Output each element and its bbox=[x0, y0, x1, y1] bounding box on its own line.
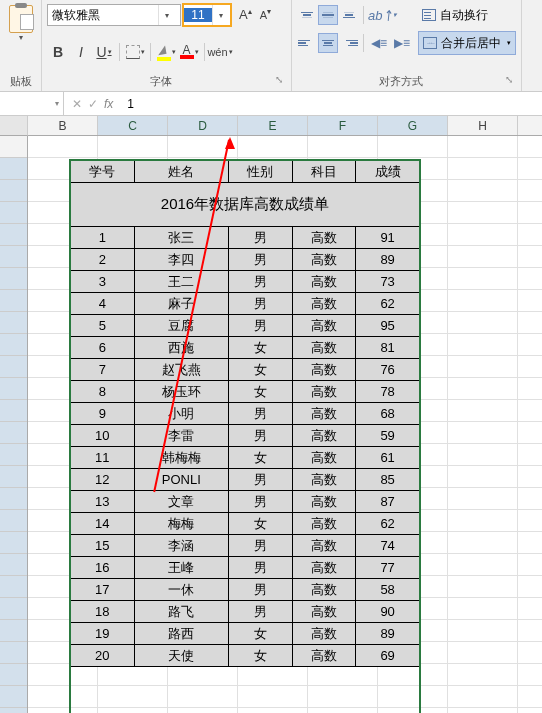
table-cell[interactable]: 男 bbox=[228, 249, 292, 271]
font-size-dropdown[interactable]: ▾ bbox=[212, 5, 228, 25]
table-cell[interactable]: 赵飞燕 bbox=[134, 359, 228, 381]
italic-button[interactable]: I bbox=[70, 41, 92, 63]
font-size-input[interactable] bbox=[184, 8, 212, 22]
table-cell[interactable]: 62 bbox=[356, 293, 420, 315]
row-header[interactable] bbox=[0, 202, 27, 224]
table-cell[interactable]: 男 bbox=[228, 535, 292, 557]
table-cell[interactable]: 高数 bbox=[292, 381, 356, 403]
table-cell[interactable]: 男 bbox=[228, 271, 292, 293]
table-cell[interactable]: 高数 bbox=[292, 425, 356, 447]
table-cell[interactable]: 1 bbox=[71, 227, 135, 249]
align-middle-button[interactable] bbox=[318, 5, 338, 25]
table-cell[interactable]: 男 bbox=[228, 601, 292, 623]
formula-accept-button[interactable]: ✓ bbox=[88, 97, 98, 111]
table-cell[interactable]: 69 bbox=[356, 645, 420, 667]
table-cell[interactable]: 17 bbox=[71, 579, 135, 601]
table-cell[interactable]: 89 bbox=[356, 249, 420, 271]
table-cell[interactable]: 90 bbox=[356, 601, 420, 623]
table-cell[interactable]: 豆腐 bbox=[134, 315, 228, 337]
row-header[interactable] bbox=[0, 400, 27, 422]
font-size-combo[interactable]: ▾ bbox=[183, 4, 231, 26]
table-cell[interactable]: 高数 bbox=[292, 491, 356, 513]
row-header[interactable] bbox=[0, 290, 27, 312]
column-header-H[interactable]: H bbox=[448, 116, 518, 135]
table-cell[interactable]: 13 bbox=[71, 491, 135, 513]
table-cell[interactable]: 高数 bbox=[292, 359, 356, 381]
table-cell[interactable]: 王二 bbox=[134, 271, 228, 293]
bold-button[interactable]: B bbox=[47, 41, 69, 63]
table-cell[interactable]: 12 bbox=[71, 469, 135, 491]
row-header[interactable] bbox=[0, 158, 27, 180]
table-cell[interactable]: 女 bbox=[228, 337, 292, 359]
table-cell[interactable]: 高数 bbox=[292, 271, 356, 293]
table-cell[interactable]: 10 bbox=[71, 425, 135, 447]
table-cell[interactable]: 19 bbox=[71, 623, 135, 645]
table-header-cell[interactable]: 科目 bbox=[292, 161, 356, 183]
table-cell[interactable]: 高数 bbox=[292, 227, 356, 249]
table-cell[interactable]: 高数 bbox=[292, 337, 356, 359]
row-header[interactable] bbox=[0, 224, 27, 246]
table-cell[interactable]: 路飞 bbox=[134, 601, 228, 623]
paste-button[interactable]: ▾ bbox=[5, 3, 36, 44]
table-cell[interactable]: PONLI bbox=[134, 469, 228, 491]
table-header-cell[interactable]: 性别 bbox=[228, 161, 292, 183]
table-cell[interactable]: 61 bbox=[356, 447, 420, 469]
table-cell[interactable]: 87 bbox=[356, 491, 420, 513]
table-cell[interactable]: 天使 bbox=[134, 645, 228, 667]
table-cell[interactable]: 85 bbox=[356, 469, 420, 491]
row-header[interactable] bbox=[0, 444, 27, 466]
font-group-expand[interactable]: ⤡ bbox=[275, 74, 283, 85]
table-cell[interactable]: 高数 bbox=[292, 315, 356, 337]
table-cell[interactable]: 20 bbox=[71, 645, 135, 667]
row-header[interactable] bbox=[0, 554, 27, 576]
table-cell[interactable]: 89 bbox=[356, 623, 420, 645]
row-header[interactable] bbox=[0, 576, 27, 598]
table-cell[interactable]: 5 bbox=[71, 315, 135, 337]
table-cell[interactable]: 高数 bbox=[292, 249, 356, 271]
table-cell[interactable]: 3 bbox=[71, 271, 135, 293]
row-header[interactable] bbox=[0, 180, 27, 202]
table-cell[interactable]: 韩梅梅 bbox=[134, 447, 228, 469]
table-cell[interactable]: 男 bbox=[228, 557, 292, 579]
column-header-E[interactable]: E bbox=[238, 116, 308, 135]
table-cell[interactable]: 男 bbox=[228, 491, 292, 513]
table-cell[interactable]: 81 bbox=[356, 337, 420, 359]
align-bottom-button[interactable] bbox=[339, 5, 359, 25]
name-box[interactable]: ▾ bbox=[0, 92, 64, 115]
row-header[interactable] bbox=[0, 620, 27, 642]
row-header[interactable] bbox=[0, 378, 27, 400]
formula-cancel-button[interactable]: ✕ bbox=[72, 97, 82, 111]
table-cell[interactable]: 高数 bbox=[292, 513, 356, 535]
table-cell[interactable]: 15 bbox=[71, 535, 135, 557]
table-cell[interactable]: 一休 bbox=[134, 579, 228, 601]
table-cell[interactable]: 路西 bbox=[134, 623, 228, 645]
row-header[interactable] bbox=[0, 356, 27, 378]
table-cell[interactable]: 59 bbox=[356, 425, 420, 447]
table-cell[interactable]: 高数 bbox=[292, 447, 356, 469]
table-cell[interactable]: 麻子 bbox=[134, 293, 228, 315]
table-cell[interactable]: 女 bbox=[228, 645, 292, 667]
table-header-cell[interactable]: 学号 bbox=[71, 161, 135, 183]
wrap-text-button[interactable]: 自动换行 bbox=[418, 3, 516, 27]
table-cell[interactable]: 王峰 bbox=[134, 557, 228, 579]
row-header[interactable] bbox=[0, 268, 27, 290]
table-cell[interactable]: 高数 bbox=[292, 645, 356, 667]
table-cell[interactable]: 高数 bbox=[292, 601, 356, 623]
table-cell[interactable]: 18 bbox=[71, 601, 135, 623]
table-cell[interactable]: 高数 bbox=[292, 623, 356, 645]
font-name-input[interactable] bbox=[48, 8, 158, 22]
table-cell[interactable]: 8 bbox=[71, 381, 135, 403]
border-button[interactable]: ▾ bbox=[124, 41, 146, 63]
insert-function-button[interactable]: fx bbox=[104, 97, 113, 111]
table-cell[interactable]: 76 bbox=[356, 359, 420, 381]
table-cell[interactable]: 女 bbox=[228, 447, 292, 469]
row-header[interactable] bbox=[0, 708, 27, 713]
table-cell[interactable]: 高数 bbox=[292, 535, 356, 557]
table-cell[interactable]: 男 bbox=[228, 579, 292, 601]
shrink-font-button[interactable]: A▾ bbox=[257, 5, 274, 24]
row-header[interactable] bbox=[0, 246, 27, 268]
row-header[interactable] bbox=[0, 488, 27, 510]
table-cell[interactable]: 李雷 bbox=[134, 425, 228, 447]
underline-button[interactable]: U▾ bbox=[93, 41, 115, 63]
table-cell[interactable]: 高数 bbox=[292, 557, 356, 579]
